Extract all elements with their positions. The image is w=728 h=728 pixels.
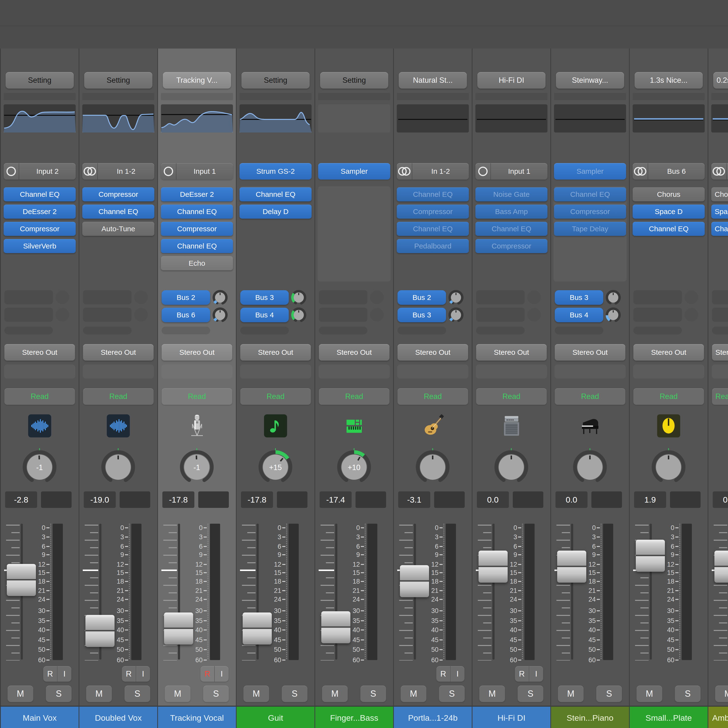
automation-mode-button[interactable]: Read [5, 388, 75, 405]
eq-thumbnail[interactable] [161, 104, 233, 133]
plugin-slot-tape-delay[interactable]: Tape Delay [554, 222, 626, 236]
volume-display[interactable]: 1.9 [634, 491, 666, 508]
solo-button[interactable]: S [46, 685, 72, 702]
fader-cap[interactable] [714, 551, 728, 583]
plugin-slot-channel-eq[interactable]: Channel EQ [161, 205, 233, 219]
automation-mode-button[interactable]: Read [555, 388, 626, 405]
channel-setting-button[interactable]: Natural St... [399, 72, 467, 89]
fader-cap[interactable] [164, 612, 193, 644]
output-slot-button[interactable]: Stereo Out [240, 344, 311, 361]
track-name[interactable]: Doubled Vox [80, 706, 157, 728]
send-slot-empty[interactable] [319, 290, 367, 304]
track-name[interactable]: Small...Plate [630, 706, 708, 728]
track-name[interactable]: Finger...Bass [315, 706, 393, 728]
fader-cap[interactable] [86, 615, 115, 647]
output-slot-button[interactable]: Stereo Out [555, 344, 626, 361]
channel-setting-button[interactable]: Tracking V... [163, 72, 231, 89]
channel-setting-button[interactable]: 1.3s Nice... [635, 72, 703, 89]
track-name[interactable]: Tracking Vocal [158, 706, 236, 728]
input-slot-button[interactable]: Bus 6 [633, 163, 705, 180]
plugin-slot-compressor[interactable]: Compressor [397, 205, 469, 219]
peak-display[interactable] [513, 491, 543, 508]
plugin-slot-silververb[interactable]: SilverVerb [4, 239, 76, 253]
group-slot[interactable] [476, 364, 547, 379]
automation-mode-button[interactable]: Read [162, 388, 232, 405]
send-slot-empty[interactable] [476, 290, 525, 304]
pan-knob[interactable]: +15 [257, 448, 294, 484]
eq-thumbnail[interactable] [240, 104, 312, 133]
automation-mode-button[interactable]: Read [712, 388, 728, 405]
plugin-slot-compressor[interactable]: Compressor [554, 205, 626, 219]
volume-display[interactable]: -3.1 [398, 491, 430, 508]
solo-button[interactable]: S [675, 685, 700, 702]
input-slot-button[interactable]: Sampler [554, 163, 626, 180]
mute-button[interactable]: M [558, 685, 584, 702]
plugin-slot-auto-tune[interactable]: Auto-Tune [82, 222, 154, 236]
volume-display[interactable]: -17.8 [241, 491, 273, 508]
send-slot-empty[interactable] [712, 290, 728, 304]
send-slot-half[interactable] [712, 327, 728, 334]
track-name[interactable]: Stein...Piano [551, 706, 629, 728]
record-enable-button[interactable]: R [122, 666, 136, 682]
mute-button[interactable]: M [322, 685, 348, 702]
input-slot-button[interactable]: In 1-2 [82, 163, 154, 180]
plugin-slot-echo[interactable]: Echo [161, 256, 233, 270]
solo-button[interactable]: S [124, 685, 150, 702]
plugin-slot-channel-eq[interactable]: Channel EQ [476, 222, 548, 236]
mute-button[interactable]: M [479, 685, 505, 702]
track-name[interactable]: Ambie... [708, 706, 728, 728]
output-slot-button[interactable]: Stereo Out [319, 344, 390, 361]
plugin-slot-channel-eq[interactable]: Channel EQ [4, 187, 76, 202]
group-slot[interactable] [240, 364, 311, 379]
input-monitor-button[interactable]: I [215, 666, 229, 682]
send-slot-empty[interactable] [476, 308, 525, 322]
send-slot-button[interactable]: Bus 3 [398, 308, 446, 322]
eq-thumbnail[interactable] [318, 104, 390, 133]
send-slot-half[interactable] [162, 327, 210, 334]
peak-display[interactable] [670, 491, 700, 508]
send-level-knob[interactable] [213, 290, 228, 305]
volume-display[interactable]: 0.0 [477, 491, 509, 508]
automation-mode-button[interactable]: Read [476, 388, 547, 405]
eq-thumbnail[interactable] [397, 104, 469, 133]
peak-display[interactable] [198, 491, 229, 508]
send-slot-empty[interactable] [712, 308, 728, 322]
plugin-slot-noise-gate[interactable]: Noise Gate [476, 187, 548, 202]
output-slot-button[interactable]: Stereo Out [476, 344, 547, 361]
track-icon-waveform[interactable] [28, 414, 51, 438]
record-enable-button[interactable]: R [515, 666, 529, 682]
automation-mode-button[interactable]: Read [319, 388, 390, 405]
automation-mode-button[interactable]: Read [83, 388, 154, 405]
send-slot-half[interactable] [398, 327, 446, 334]
send-slot-empty[interactable] [5, 308, 53, 322]
send-slot-empty[interactable] [319, 308, 367, 322]
plugin-slot-space-d[interactable]: Space D [633, 205, 705, 219]
track-icon-amp[interactable] [500, 414, 523, 438]
plugin-slot-channel-eq[interactable]: Channel EQ [711, 222, 728, 236]
channel-setting-button[interactable]: Setting [320, 72, 388, 89]
plugin-slot-bass-amp[interactable]: Bass Amp [476, 205, 548, 219]
record-enable-button[interactable]: R [436, 666, 451, 682]
input-slot-button[interactable]: Input 1 [476, 163, 548, 180]
group-slot[interactable] [161, 364, 232, 379]
output-slot-button[interactable]: Stereo Out [712, 344, 728, 361]
solo-button[interactable]: S [518, 685, 543, 702]
channel-setting-button[interactable]: Steinway... [556, 72, 624, 89]
send-slot-button[interactable]: Bus 3 [555, 290, 603, 305]
plugin-slot-chorus[interactable]: Chorus [711, 187, 728, 202]
plugin-slot-compressor[interactable]: Compressor [161, 222, 233, 236]
send-level-knob[interactable] [291, 307, 306, 323]
input-slot-button[interactable]: Input 2 [4, 163, 76, 180]
plugin-slot-chorus[interactable]: Chorus [633, 187, 705, 202]
fader-cap[interactable] [479, 551, 508, 583]
pan-knob[interactable] [572, 448, 608, 484]
send-slot-button[interactable]: Bus 2 [398, 290, 446, 305]
plugin-slot-channel-eq[interactable]: Channel EQ [240, 187, 312, 202]
peak-display[interactable] [591, 491, 622, 508]
fader-cap[interactable] [7, 564, 36, 596]
send-level-knob[interactable] [606, 307, 621, 323]
track-icon-waveform[interactable] [107, 414, 130, 438]
mute-button[interactable]: M [715, 685, 728, 702]
fader-cap[interactable] [243, 612, 272, 644]
automation-mode-button[interactable]: Read [240, 388, 311, 405]
